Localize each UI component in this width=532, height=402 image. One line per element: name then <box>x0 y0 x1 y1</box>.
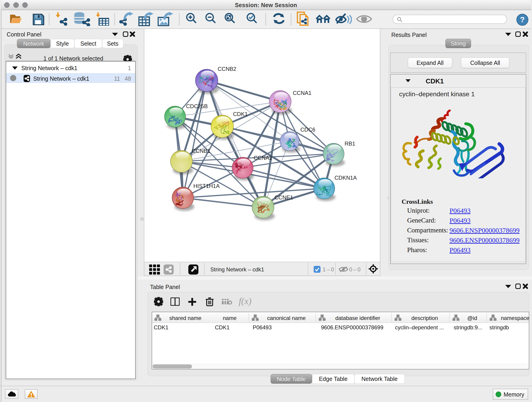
svg-text:?: ? <box>520 15 525 24</box>
